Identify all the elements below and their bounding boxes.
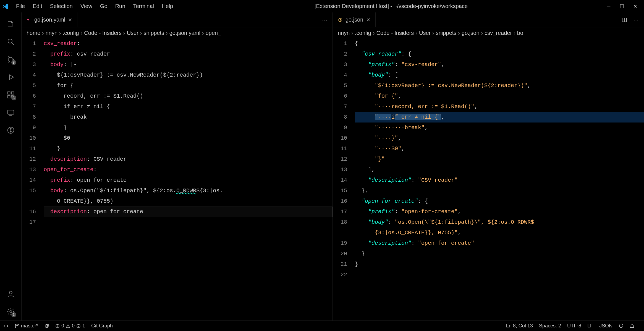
- yaml-icon: Y: [27, 17, 32, 22]
- breadcrumb-item[interactable]: User: [419, 30, 431, 36]
- code-area[interactable]: { "csv_reader": { "prefix": "csv-reader"…: [352, 38, 644, 320]
- breadcrumb-item[interactable]: go.json: [462, 30, 480, 36]
- chevron-right-icon: ›: [81, 30, 83, 36]
- breadcrumb-item[interactable]: nnyn: [338, 30, 350, 36]
- encoding-button[interactable]: UTF-8: [567, 323, 581, 329]
- gear-icon[interactable]: 1: [4, 305, 17, 318]
- vscode-logo-icon: [2, 3, 9, 10]
- errors-count: 0: [61, 323, 64, 329]
- feedback-icon[interactable]: [619, 324, 624, 329]
- svg-point-3: [8, 61, 9, 62]
- tabs: go.json✕⋯: [333, 12, 644, 27]
- svg-rect-5: [7, 92, 10, 94]
- svg-point-16: [10, 311, 12, 313]
- more-icon[interactable]: ⋯: [632, 16, 640, 24]
- menu-help[interactable]: Help: [158, 2, 177, 11]
- ext-badge: 3: [11, 95, 16, 100]
- svg-text:Y: Y: [27, 18, 29, 22]
- breadcrumb-item[interactable]: open_: [206, 30, 221, 36]
- source-control-icon[interactable]: 8: [4, 53, 17, 66]
- breadcrumb-item[interactable]: snippets: [144, 30, 164, 36]
- svg-point-24: [18, 324, 19, 325]
- chevron-right-icon: ›: [42, 30, 44, 36]
- svg-rect-6: [7, 96, 10, 98]
- editors: Ygo.json.yaml✕⋯home›nnyn›.config›Code - …: [22, 12, 644, 320]
- activitybar: 8 3 1: [0, 12, 22, 320]
- breadcrumb-item[interactable]: .config: [63, 30, 79, 36]
- breadcrumb-item[interactable]: Code - Insiders: [376, 30, 414, 36]
- breadcrumb-item[interactable]: .config: [355, 30, 371, 36]
- chevron-right-icon: ›: [458, 30, 460, 36]
- svg-point-2: [8, 57, 9, 58]
- editor-body[interactable]: 1234567891011121314151617csv_reader: pre…: [22, 38, 333, 320]
- sync-button[interactable]: [44, 324, 49, 329]
- warnings-count: 0: [72, 323, 75, 329]
- debug-icon[interactable]: [4, 71, 17, 84]
- explorer-icon[interactable]: [4, 17, 17, 31]
- more-icon[interactable]: ⋯: [321, 16, 329, 24]
- menu-file[interactable]: File: [12, 2, 29, 11]
- svg-point-0: [8, 39, 12, 43]
- menu-terminal[interactable]: Terminal: [129, 2, 158, 11]
- search-icon[interactable]: [4, 35, 17, 48]
- svg-rect-9: [7, 110, 14, 114]
- branch-name: master*: [21, 323, 38, 329]
- code-area[interactable]: csv_reader: prefix: csv-reader body: |- …: [41, 38, 333, 320]
- bell-icon[interactable]: [630, 324, 635, 329]
- chevron-right-icon: ›: [351, 30, 353, 36]
- close-icon[interactable]: ✕: [366, 17, 370, 23]
- main-area: 8 3 1 Ygo.json.yaml✕⋯home›nnyn›.config›C…: [0, 12, 644, 320]
- chevron-right-icon: ›: [373, 30, 375, 36]
- window-title: [Extension Development Host] - ~/vscode-…: [177, 3, 605, 9]
- eol-button[interactable]: LF: [587, 323, 593, 329]
- info-count: 1: [82, 323, 85, 329]
- chevron-right-icon: ›: [415, 30, 417, 36]
- close-icon[interactable]: ✕: [68, 17, 72, 23]
- menu-view[interactable]: View: [77, 2, 96, 11]
- breadcrumb-item[interactable]: go.json.yaml: [169, 30, 200, 36]
- gitgraph-button[interactable]: Git Graph: [91, 323, 113, 329]
- breadcrumb-item[interactable]: User: [127, 30, 138, 36]
- tab-go-json-yaml[interactable]: Ygo.json.yaml✕: [22, 12, 77, 27]
- editor-group-0: Ygo.json.yaml✕⋯home›nnyn›.config›Code - …: [22, 12, 333, 320]
- window-controls: ─ ☐ ✕: [605, 3, 642, 10]
- cursor-position[interactable]: Ln 8, Col 13: [506, 323, 533, 329]
- breadcrumb-item[interactable]: csv_reader: [485, 30, 512, 36]
- menu-selection[interactable]: Selection: [46, 2, 77, 11]
- breadcrumb-item[interactable]: snippets: [436, 30, 457, 36]
- gutter: 12345678910111213141516171819202122: [333, 38, 352, 320]
- breadcrumb-item[interactable]: home: [27, 30, 40, 36]
- chevron-right-icon: ›: [123, 30, 125, 36]
- branch-button[interactable]: master*: [14, 323, 38, 329]
- language-button[interactable]: JSON: [599, 323, 612, 329]
- minimize-button[interactable]: ─: [605, 3, 612, 10]
- tab-go-json[interactable]: go.json✕: [333, 12, 376, 27]
- close-button[interactable]: ✕: [632, 3, 638, 10]
- breadcrumb-item[interactable]: bo: [517, 30, 523, 36]
- problems-button[interactable]: 0 0 1: [55, 323, 85, 329]
- git-circle-icon[interactable]: [4, 124, 17, 137]
- menu-edit[interactable]: Edit: [29, 2, 46, 11]
- editor-body[interactable]: 12345678910111213141516171819202122{ "cs…: [333, 38, 644, 320]
- chevron-right-icon: ›: [59, 30, 61, 36]
- split-editor-icon[interactable]: [621, 16, 628, 24]
- chevron-right-icon: ›: [166, 30, 168, 36]
- tab-label: go.json: [345, 17, 363, 23]
- remote-icon[interactable]: [4, 106, 17, 119]
- tab-label: go.json.yaml: [34, 17, 65, 23]
- accounts-icon[interactable]: [4, 287, 17, 301]
- statusbar: master* 0 0 1 Git Graph Ln 8, Col 13 Spa…: [0, 320, 644, 331]
- svg-point-15: [9, 291, 12, 294]
- chevron-right-icon: ›: [481, 30, 483, 36]
- breadcrumbs[interactable]: home›nnyn›.config›Code - Insiders›User›s…: [22, 27, 333, 38]
- breadcrumbs[interactable]: nnyn›.config›Code - Insiders›User›snippe…: [333, 27, 644, 38]
- breadcrumb-item[interactable]: Code - Insiders: [84, 30, 122, 36]
- menu-run[interactable]: Run: [111, 2, 129, 11]
- extensions-icon[interactable]: 3: [4, 88, 17, 101]
- indentation-button[interactable]: Spaces: 2: [539, 323, 561, 329]
- menu-go[interactable]: Go: [96, 2, 111, 11]
- breadcrumb-item[interactable]: nnyn: [46, 30, 57, 36]
- remote-button[interactable]: [3, 324, 8, 329]
- svg-rect-21: [625, 18, 627, 22]
- maximize-button[interactable]: ☐: [619, 3, 625, 10]
